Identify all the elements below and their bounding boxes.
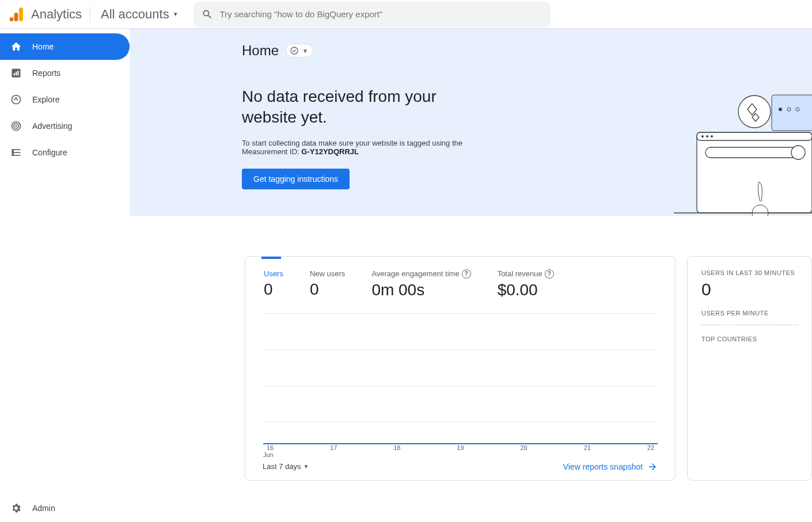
realtime-users-label: USERS IN LAST 30 MINUTES xyxy=(701,269,798,276)
measurement-id: G-Y12YDQRRJL xyxy=(301,147,359,156)
view-reports-link[interactable]: View reports snapshot xyxy=(563,462,658,472)
reports-icon xyxy=(10,67,22,79)
metric-label: New users xyxy=(310,269,345,278)
search-icon xyxy=(202,9,213,20)
chevron-down-icon: ▼ xyxy=(303,463,309,470)
svg-point-26 xyxy=(796,108,799,111)
configure-icon xyxy=(10,147,22,158)
svg-rect-14 xyxy=(12,149,14,156)
account-switcher[interactable]: All accounts ▼ xyxy=(95,7,184,22)
svg-rect-5 xyxy=(16,72,17,76)
svg-point-10 xyxy=(16,125,17,127)
sidebar: Home Reports Explore Advertising Configu… xyxy=(0,29,130,521)
chevron-down-icon: ▼ xyxy=(173,11,179,17)
x-tick: 21 xyxy=(582,444,593,451)
sidebar-item-configure[interactable]: Configure xyxy=(0,139,130,166)
svg-rect-17 xyxy=(697,132,812,140)
advertising-icon xyxy=(10,120,22,132)
realtime-card: USERS IN LAST 30 MINUTES 0 USERS PER MIN… xyxy=(687,256,812,481)
realtime-per-minute-label: USERS PER MINUTE xyxy=(701,310,798,317)
svg-rect-4 xyxy=(14,73,15,75)
gear-icon xyxy=(10,502,22,514)
metric-total-revenue[interactable]: Total revenue ?$0.00 xyxy=(498,269,554,299)
home-icon xyxy=(10,41,22,52)
sidebar-item-label: Explore xyxy=(32,95,59,104)
sidebar-item-explore[interactable]: Explore xyxy=(0,86,130,113)
svg-point-25 xyxy=(787,108,791,111)
x-tick: 22 xyxy=(645,444,657,451)
sidebar-item-label: Configure xyxy=(32,148,67,157)
page-title: Home xyxy=(242,43,279,59)
metric-value: 0 xyxy=(264,280,283,299)
help-icon[interactable]: ? xyxy=(545,269,554,279)
metric-value: $0.00 xyxy=(498,281,554,299)
hero-banner: Home ▼ No data received from your websit… xyxy=(130,29,812,216)
metric-value: 0m 00s xyxy=(371,281,470,299)
arrow-right-icon xyxy=(647,462,658,472)
check-circle-icon xyxy=(290,46,299,55)
date-range-label: Last 7 days xyxy=(263,462,301,471)
sidebar-item-label: Advertising xyxy=(32,121,72,131)
svg-rect-0 xyxy=(19,7,23,21)
explore-icon xyxy=(10,94,22,105)
help-icon[interactable]: ? xyxy=(462,269,471,279)
svg-rect-21 xyxy=(705,147,803,158)
svg-point-24 xyxy=(779,108,782,111)
svg-rect-23 xyxy=(772,95,812,131)
metric-label: Total revenue ? xyxy=(498,269,554,279)
sidebar-item-home[interactable]: Home xyxy=(0,33,130,60)
x-axis-month: Jun xyxy=(263,451,658,458)
svg-point-22 xyxy=(791,146,805,159)
metric-users[interactable]: Users0 xyxy=(264,269,283,299)
hero-subtext: To start collecting data make sure your … xyxy=(242,139,472,156)
metric-label: Users xyxy=(264,269,283,278)
date-range-picker[interactable]: Last 7 days ▼ xyxy=(263,462,309,471)
svg-point-15 xyxy=(291,47,298,54)
tagging-instructions-button[interactable]: Get tagging instructions xyxy=(242,169,350,189)
svg-rect-1 xyxy=(14,13,18,21)
hero-heading: No data received from your website yet. xyxy=(242,86,484,128)
metric-label: Average engagement time ? xyxy=(371,269,470,279)
search-input[interactable] xyxy=(220,9,542,19)
svg-point-20 xyxy=(711,135,713,138)
x-tick: 18 xyxy=(391,444,403,451)
sidebar-item-label: Admin xyxy=(32,504,55,513)
main-content: Home ▼ No data received from your websit… xyxy=(130,29,812,521)
top-header: Analytics All accounts ▼ xyxy=(0,0,812,29)
svg-point-28 xyxy=(752,205,768,216)
svg-point-7 xyxy=(12,96,21,104)
x-tick: 16 xyxy=(264,444,276,451)
product-name: Analytics xyxy=(31,7,82,22)
chevron-down-icon: ▼ xyxy=(302,48,308,54)
metric-new-users[interactable]: New users0 xyxy=(310,269,345,299)
realtime-users-value: 0 xyxy=(701,280,798,299)
hero-illustration xyxy=(674,92,812,216)
top-countries-label: TOP COUNTRIES xyxy=(701,336,798,342)
svg-point-2 xyxy=(10,17,14,21)
brand-block: Analytics xyxy=(5,6,90,22)
users-chart: 16171819202122 Jun xyxy=(263,313,658,458)
sidebar-item-admin[interactable]: Admin xyxy=(0,495,130,521)
x-tick: 17 xyxy=(328,444,339,451)
search-bar[interactable] xyxy=(193,2,551,27)
sidebar-item-advertising[interactable]: Advertising xyxy=(0,113,130,139)
svg-point-27 xyxy=(738,96,771,128)
analytics-logo-icon xyxy=(9,6,25,22)
active-tab-indicator xyxy=(261,257,281,259)
overview-card: Users0New users0Average engagement time … xyxy=(245,256,676,481)
sidebar-item-reports[interactable]: Reports xyxy=(0,60,130,86)
svg-rect-6 xyxy=(18,71,19,75)
sidebar-item-label: Home xyxy=(32,42,54,51)
svg-rect-16 xyxy=(697,132,812,213)
x-tick: 20 xyxy=(518,444,530,451)
account-switcher-label: All accounts xyxy=(101,7,169,22)
svg-point-19 xyxy=(706,135,708,138)
x-tick: 19 xyxy=(454,444,466,451)
sparkline-placeholder xyxy=(701,325,798,325)
metric-average-engagement-time[interactable]: Average engagement time ?0m 00s xyxy=(371,269,470,299)
svg-point-18 xyxy=(701,135,704,138)
sidebar-item-label: Reports xyxy=(32,68,60,78)
status-chip[interactable]: ▼ xyxy=(286,44,313,58)
metric-value: 0 xyxy=(310,280,345,299)
